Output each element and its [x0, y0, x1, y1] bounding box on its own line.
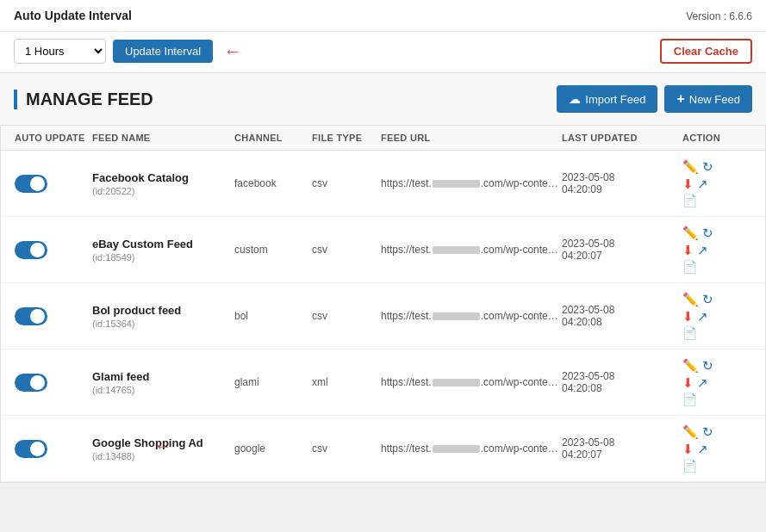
table-row: ← Google Shopping Ad (id:13488) google c…: [1, 416, 765, 482]
share-icon[interactable]: ↗: [697, 442, 708, 457]
refresh-icon[interactable]: ↻: [702, 424, 713, 440]
feed-name: Glami feed: [92, 370, 234, 383]
channel-cell: google: [234, 442, 312, 455]
new-feed-label: New Feed: [689, 93, 740, 106]
doc-icon[interactable]: 📄: [682, 326, 697, 340]
download-icon[interactable]: ⬇: [682, 309, 694, 325]
action-cell: ✏️ ↻ ⬇ ↗ 📄: [682, 424, 751, 473]
refresh-icon[interactable]: ↻: [702, 358, 713, 374]
feed-name: Bol product feed: [92, 304, 234, 317]
toggle-switch[interactable]: [15, 241, 47, 259]
toggle-cell: [15, 241, 92, 259]
col-action: ACTION: [682, 133, 751, 143]
edit-icon[interactable]: ✏️: [682, 292, 699, 307]
doc-icon[interactable]: 📄: [682, 459, 697, 473]
feed-id: (id:18549): [92, 252, 234, 263]
share-icon[interactable]: ↗: [697, 309, 708, 325]
doc-icon[interactable]: 📄: [682, 260, 697, 274]
feed-name-cell: Glami feed (id:14765): [92, 370, 234, 395]
col-last-updated: LAST UPDATED: [562, 133, 682, 143]
last-updated-cell: 2023-05-0804:20:08: [562, 304, 682, 328]
feed-id: (id:20522): [92, 186, 234, 196]
action-cell: ✏️ ↻ ⬇ ↗ 📄: [682, 226, 751, 274]
arrow-annotation: ←: [223, 40, 242, 63]
header-buttons: ☁ Import Feed + New Feed: [557, 85, 752, 113]
file-type-cell: csv: [312, 310, 381, 322]
col-channel: CHANNEL: [234, 133, 312, 143]
toggle-cell: [15, 175, 92, 193]
update-interval-button[interactable]: Update Interval: [113, 40, 213, 63]
top-bar: Auto Update Interval Version : 6.6.6: [0, 0, 766, 32]
import-feed-button[interactable]: ☁ Import Feed: [557, 85, 657, 113]
doc-icon[interactable]: 📄: [682, 194, 697, 207]
table-header: AUTO UPDATE FEED NAME CHANNEL FILE TYPE …: [1, 126, 765, 151]
file-type-cell: csv: [312, 244, 381, 256]
edit-icon[interactable]: ✏️: [682, 358, 699, 374]
channel-cell: facebook: [234, 177, 312, 189]
toggle-switch[interactable]: [15, 307, 47, 325]
col-feed-url: FEED URL: [381, 133, 562, 143]
download-icon[interactable]: ⬇: [682, 176, 694, 192]
doc-icon[interactable]: 📄: [682, 393, 697, 406]
row-arrow-annotation: ←: [154, 436, 171, 456]
share-icon[interactable]: ↗: [697, 243, 708, 258]
toggle-switch[interactable]: [15, 374, 47, 392]
feed-name-cell: Bol product feed (id:15364): [92, 304, 234, 329]
table-row: Bol product feed (id:15364) bol csv http…: [1, 283, 765, 350]
left-controls: Auto Update Interval: [14, 9, 132, 22]
share-icon[interactable]: ↗: [697, 375, 708, 391]
table-row: eBay Custom Feed (id:18549) custom csv h…: [1, 217, 765, 283]
channel-cell: glami: [234, 376, 312, 388]
clear-cache-button[interactable]: Clear Cache: [660, 39, 752, 64]
channel-cell: bol: [234, 310, 312, 322]
channel-cell: custom: [234, 244, 312, 256]
feed-id: (id:15364): [92, 319, 234, 329]
table-row: Facebook Catalog (id:20522) facebook csv…: [1, 151, 765, 217]
last-updated-cell: 2023-05-0804:20:08: [562, 370, 682, 394]
edit-icon[interactable]: ✏️: [682, 159, 699, 175]
file-type-cell: xml: [312, 376, 381, 388]
feed-url-cell: https://test..com/wp-content/uploads/woo…: [381, 310, 562, 322]
refresh-icon[interactable]: ↻: [702, 292, 713, 307]
edit-icon[interactable]: ✏️: [682, 226, 699, 241]
download-icon[interactable]: ⬇: [682, 442, 694, 457]
refresh-icon[interactable]: ↻: [702, 226, 713, 241]
action-cell: ✏️ ↻ ⬇ ↗ 📄: [682, 292, 751, 340]
feed-name-cell: Facebook Catalog (id:20522): [92, 171, 234, 196]
col-file-type: FILE TYPE: [312, 133, 381, 143]
file-type-cell: csv: [312, 177, 381, 189]
feed-name: eBay Custom Feed: [92, 238, 234, 251]
file-type-cell: csv: [312, 442, 381, 455]
edit-icon[interactable]: ✏️: [682, 424, 699, 440]
toggle-switch[interactable]: [15, 175, 47, 193]
feed-id: (id:14765): [92, 385, 234, 395]
table-body: Facebook Catalog (id:20522) facebook csv…: [1, 151, 765, 482]
toggle-cell: [15, 440, 92, 458]
col-auto-update: AUTO UPDATE: [15, 133, 92, 143]
feeds-table: AUTO UPDATE FEED NAME CHANNEL FILE TYPE …: [0, 126, 766, 483]
download-icon[interactable]: ⬇: [682, 375, 694, 391]
feed-name: Facebook Catalog: [92, 171, 234, 184]
share-icon[interactable]: ↗: [697, 176, 708, 192]
last-updated-cell: 2023-05-0804:20:07: [562, 436, 682, 461]
feed-name-cell: ← Google Shopping Ad (id:13488): [92, 436, 234, 461]
feed-url-cell: https://test..com/wp-content/uploads/woo…: [381, 177, 562, 189]
plus-icon: +: [676, 91, 684, 107]
new-feed-button[interactable]: + New Feed: [664, 85, 752, 113]
version-text: Version : 6.6.6: [686, 10, 752, 22]
toggle-cell: [15, 307, 92, 325]
last-updated-cell: 2023-05-0804:20:09: [562, 171, 682, 195]
auto-update-title: Auto Update Interval: [14, 9, 132, 22]
last-updated-cell: 2023-05-0804:20:07: [562, 238, 682, 262]
section-header: MANAGE FEED ☁ Import Feed + New Feed: [0, 73, 766, 126]
cloud-icon: ☁: [569, 92, 581, 106]
action-cell: ✏️ ↻ ⬇ ↗ 📄: [682, 159, 751, 207]
feed-url-cell: https://test..com/wp-content/uploads/woo…: [381, 442, 562, 455]
section-title: MANAGE FEED: [14, 90, 153, 109]
download-icon[interactable]: ⬇: [682, 243, 694, 258]
refresh-icon[interactable]: ↻: [702, 159, 713, 175]
col-feed-name: FEED NAME: [92, 133, 234, 143]
toggle-switch[interactable]: [15, 440, 47, 458]
interval-select[interactable]: 1 Hours 2 Hours 6 Hours 12 Hours 24 Hour…: [14, 39, 106, 64]
feed-url-cell: https://test..com/wp-content/uploads/woo…: [381, 376, 562, 388]
